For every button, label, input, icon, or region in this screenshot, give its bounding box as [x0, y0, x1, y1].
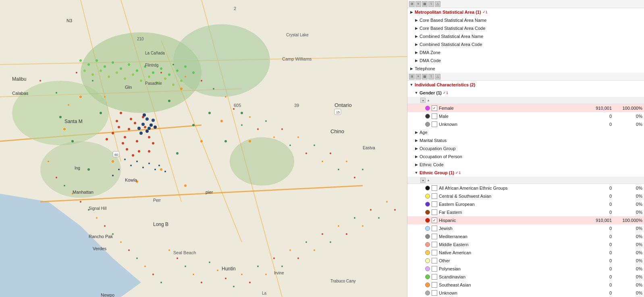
svg-point-67	[39, 80, 41, 82]
ethnic-checkbox-5[interactable]	[432, 226, 437, 231]
ethnic-pct-1: 0%	[614, 194, 642, 199]
svg-point-59	[200, 140, 203, 142]
dma-code-item[interactable]: ▶ DMA Code	[407, 56, 644, 65]
ethnic-row-0[interactable]: All African American Ethnic Groups00%	[407, 184, 644, 192]
ind-tb-line[interactable]: ⌇	[428, 74, 434, 79]
ethnic-group-header[interactable]: ▼ Ethnic Group (1) ✓1	[407, 169, 644, 177]
age-item[interactable]: ▶ Age	[407, 128, 644, 136]
dma-zone-item[interactable]: ▶ DMA Zone	[407, 48, 644, 56]
gender-sort-arrow[interactable]: ▲	[427, 98, 430, 102]
gender-female-row[interactable]: ✓ Female 910,001 100.000%	[407, 104, 644, 112]
ethnic-checkbox-4[interactable]: ✓	[432, 218, 437, 223]
svg-point-129	[314, 249, 315, 251]
ind-tb-area[interactable]: △	[435, 74, 440, 79]
map-svg: Malibu Calabas Santa M N3 2 210 Crystal …	[0, 0, 407, 297]
male-checkbox[interactable]	[432, 113, 437, 119]
ethnic-pct-0: 0%	[614, 186, 642, 190]
telephone-item[interactable]: ▶ Telephone	[407, 65, 644, 73]
unknown-gender-checkbox[interactable]	[432, 121, 437, 127]
cbsa-name-item[interactable]: ▶ Core Based Statistical Area Name	[407, 16, 644, 24]
ethnic-row-9[interactable]: Other00%	[407, 257, 644, 265]
ethnic-checkbox-6[interactable]	[432, 234, 437, 239]
svg-point-94	[354, 177, 355, 178]
ethnic-swatch-8	[425, 250, 430, 255]
female-label: Female	[439, 106, 586, 111]
svg-point-167	[100, 69, 102, 72]
svg-point-162	[176, 69, 179, 72]
svg-point-14	[173, 24, 270, 97]
ethnic-checkbox-12[interactable]	[432, 282, 437, 288]
occupation-person-item[interactable]: ▶ Occupation of Person	[407, 153, 644, 161]
svg-point-161	[168, 73, 170, 76]
ethnic-checkbox-9[interactable]	[432, 258, 437, 264]
ethnic-label-5: Jewish	[439, 226, 586, 231]
ethnic-row-1[interactable]: Central & Southwest Asian00%	[407, 192, 644, 200]
gender-unknown-row[interactable]: Unknown 0 0%	[407, 120, 644, 128]
ethnic-row-4[interactable]: ✓Hispanic910,001100.000%	[407, 216, 644, 224]
ind-tb-bar[interactable]: ▦	[422, 74, 428, 79]
svg-point-177	[180, 79, 183, 82]
unknown-gender-swatch	[425, 122, 430, 127]
ethnic-row-7[interactable]: Middle Eastern00%	[407, 241, 644, 249]
ethnic-tb-color[interactable]: ●	[420, 178, 426, 183]
ethnic-row-13[interactable]: Unknown00%	[407, 289, 644, 297]
ethnic-row-6[interactable]: Mediterranean00%	[407, 232, 644, 241]
marital-item[interactable]: ▶ Marital Status	[407, 136, 644, 144]
svg-point-23	[136, 140, 138, 142]
svg-point-100	[80, 201, 81, 203]
tb-table[interactable]: ≡	[415, 1, 421, 7]
ethnic-checkbox-3[interactable]	[432, 209, 437, 215]
svg-point-127	[297, 257, 299, 259]
map-container[interactable]: Malibu Calabas Santa M N3 2 210 Crystal …	[0, 0, 407, 297]
female-color-swatch	[425, 106, 430, 111]
ethnic-row-10[interactable]: Polynesian00%	[407, 265, 644, 273]
ethnic-row-12[interactable]: Southeast Asian00%	[407, 281, 644, 289]
ethnic-row-2[interactable]: Eastern European00%	[407, 200, 644, 208]
csa-name-item[interactable]: ▶ Combined Statistical Area Name	[407, 32, 644, 40]
ethnic-checkbox-2[interactable]	[432, 201, 437, 207]
svg-point-96	[48, 161, 49, 162]
individual-header[interactable]: ▼ Individual Characteristics (2)	[407, 81, 644, 89]
svg-text:2: 2	[234, 6, 236, 11]
ethnic-pct-11: 0%	[614, 274, 642, 279]
svg-point-147	[164, 171, 166, 172]
gender-male-row[interactable]: Male 0 0%	[407, 112, 644, 120]
female-checkbox[interactable]: ✓	[432, 105, 437, 111]
svg-point-173	[148, 75, 150, 78]
ethnic-checkbox-0[interactable]	[432, 185, 437, 191]
ethnic-count-6: 0	[586, 234, 614, 239]
gender-tb-color[interactable]: ●	[420, 98, 426, 103]
svg-text:Crystal Lake: Crystal Lake	[286, 33, 309, 37]
occupation-group-item[interactable]: ▶ Occupation Group	[407, 144, 644, 153]
ind-tb-grid[interactable]: ⊞	[409, 74, 415, 79]
ethnic-code-item[interactable]: ▶ Ethnic Code	[407, 161, 644, 169]
ethnic-label-4: Hispanic	[439, 218, 586, 223]
csa-code-item[interactable]: ▶ Combined Statistical Area Code	[407, 40, 644, 48]
ethnic-checkbox-13[interactable]	[432, 290, 437, 296]
csa-code-arrow: ▶	[414, 42, 419, 47]
ethnic-label-0: All African American Ethnic Groups	[439, 186, 586, 190]
cbsa-code-item[interactable]: ▶ Core Based Statistical Area Code	[407, 24, 644, 32]
ethnic-checkbox-7[interactable]	[432, 242, 437, 247]
cbsa-code-label: Core Based Statistical Area Code	[420, 26, 485, 31]
ethnic-sort-arrow[interactable]: ▲	[427, 178, 430, 182]
ind-tb-table[interactable]: ≡	[415, 74, 421, 79]
gender-header[interactable]: ▼ Gender (1) ✓1	[407, 89, 644, 97]
ethnic-swatch-1	[425, 194, 430, 199]
ethnic-checkbox-8[interactable]	[432, 250, 437, 255]
tb-grid[interactable]: ⊞	[409, 1, 415, 7]
svg-point-32	[106, 138, 108, 140]
tb-line[interactable]: ⌇	[428, 1, 434, 7]
ethnic-row-8[interactable]: Native American00%	[407, 249, 644, 257]
tb-bar[interactable]: ▦	[422, 1, 428, 7]
tb-area[interactable]: △	[435, 1, 440, 7]
ethnic-row-3[interactable]: Far Eastern00%	[407, 208, 644, 216]
svg-point-40	[137, 127, 141, 130]
svg-point-55	[59, 116, 62, 118]
ethnic-row-5[interactable]: Jewish00%	[407, 224, 644, 232]
ethnic-checkbox-11[interactable]	[432, 274, 437, 280]
ethnic-checkbox-10[interactable]	[432, 266, 437, 272]
ethnic-row-11[interactable]: Scandinavian00%	[407, 273, 644, 281]
ethnic-checkbox-1[interactable]	[432, 193, 437, 199]
metro-section-header[interactable]: ▶ Metropolitan Statistical Area (1) ✓1	[407, 8, 644, 16]
